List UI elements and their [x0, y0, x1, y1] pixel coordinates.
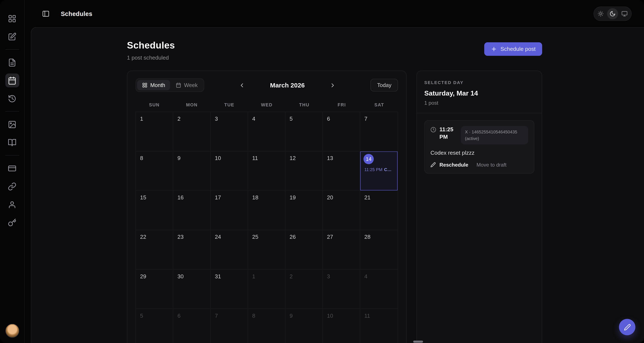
- calendar-day-cell[interactable]: 24: [210, 230, 248, 270]
- calendar-day-cell[interactable]: 1411:25 PMCodex reset plzzz: [360, 151, 398, 191]
- calendar-day-cell[interactable]: 5: [285, 112, 323, 151]
- calendar-day-cell[interactable]: 17: [210, 191, 248, 230]
- sidebar-item-compose[interactable]: [5, 29, 19, 44]
- calendar-day-cell[interactable]: 6: [323, 112, 360, 151]
- sidebar-item-documents[interactable]: [5, 55, 19, 69]
- calendar-day-cell[interactable]: 29: [136, 270, 173, 309]
- schedule-post-button[interactable]: Schedule post: [484, 42, 542, 56]
- selected-day-date: Saturday, Mar 14: [424, 89, 534, 97]
- theme-dark-button[interactable]: [607, 8, 618, 19]
- calendar-day-cell[interactable]: 30: [173, 270, 211, 309]
- sidebar-item-media[interactable]: [5, 117, 19, 131]
- sidebar-item-history[interactable]: [5, 91, 19, 105]
- pencil-icon: [624, 324, 631, 331]
- calendar-day-cell[interactable]: 3: [210, 112, 248, 151]
- sidebar-item-schedules[interactable]: [5, 73, 19, 87]
- compose-icon: [8, 32, 16, 41]
- calendar-day-cell[interactable]: 10: [210, 151, 248, 191]
- event-time: 11:25 PM: [364, 167, 382, 172]
- calendar-day-cell[interactable]: 5: [136, 309, 173, 343]
- calendar-toolbar: Month Week: [136, 78, 398, 92]
- sidebar-item-account[interactable]: [5, 197, 19, 212]
- day-number: 11: [252, 155, 281, 161]
- next-month-button[interactable]: [328, 80, 338, 90]
- calendar-day-cell[interactable]: 2: [285, 270, 323, 309]
- theme-system-button[interactable]: [619, 8, 630, 19]
- calendar-day-cell[interactable]: 22: [136, 230, 173, 270]
- calendar-event-chip[interactable]: 11:25 PMCodex reset plzzz: [364, 167, 394, 172]
- page-subtitle: 1 post scheduled: [127, 55, 175, 61]
- plus-icon: [491, 46, 497, 52]
- day-number: 12: [290, 155, 318, 161]
- compose-fab-button[interactable]: [619, 319, 635, 335]
- calendar-day-cell[interactable]: 11: [248, 151, 286, 191]
- calendar-day-cell[interactable]: 8: [248, 309, 286, 343]
- calendar-day-cell[interactable]: 19: [285, 191, 323, 230]
- calendar-day-cell[interactable]: 4: [360, 270, 398, 309]
- calendar-day-cell[interactable]: 12: [285, 151, 323, 191]
- sidebar-item-api-keys[interactable]: [5, 216, 19, 230]
- day-number: 7: [215, 313, 244, 319]
- selected-day-label: SELECTED DAY: [424, 80, 534, 85]
- day-number: 5: [290, 116, 318, 122]
- prev-month-button[interactable]: [237, 80, 247, 90]
- day-number: 3: [215, 116, 244, 122]
- day-number: 1: [252, 273, 281, 279]
- day-number: 29: [140, 273, 169, 279]
- calendar-day-cell[interactable]: 13: [323, 151, 360, 191]
- calendar-day-cell[interactable]: 23: [173, 230, 211, 270]
- calendar-day-cell[interactable]: 10: [323, 309, 360, 343]
- sidebar-item-connections[interactable]: [5, 179, 19, 193]
- calendar-day-cell[interactable]: 9: [285, 309, 323, 343]
- day-number: 28: [364, 234, 394, 240]
- calendar-day-cell[interactable]: 8: [136, 151, 173, 191]
- calendar-day-cell[interactable]: 7: [210, 309, 248, 343]
- topbar-title: Schedules: [61, 10, 92, 17]
- calendar-day-cell[interactable]: 9: [173, 151, 211, 191]
- calendar-day-cell[interactable]: 28: [360, 230, 398, 270]
- day-number: 17: [215, 194, 244, 201]
- today-button[interactable]: Today: [370, 79, 398, 91]
- calendar-day-cell[interactable]: 20: [323, 191, 360, 230]
- calendar-day-cell[interactable]: 6: [173, 309, 211, 343]
- day-header: TUE: [210, 98, 248, 112]
- scheduled-post-card[interactable]: 11:25 PM X · 1465255410546450435 (active…: [424, 120, 534, 173]
- calendar-day-cell[interactable]: 26: [285, 230, 323, 270]
- calendar-day-cell[interactable]: 31: [210, 270, 248, 309]
- day-header: MON: [173, 98, 210, 112]
- calendar-day-cell[interactable]: 7: [360, 112, 398, 151]
- day-number: 10: [215, 155, 244, 161]
- day-number: 4: [252, 116, 281, 122]
- sidebar-toggle-button[interactable]: [40, 8, 51, 19]
- week-view-button[interactable]: Week: [171, 80, 203, 90]
- calendar-day-cell[interactable]: 11: [360, 309, 398, 343]
- calendar-day-cell[interactable]: 1: [136, 112, 173, 151]
- move-to-draft-button[interactable]: Move to draft: [476, 162, 507, 168]
- theme-light-button[interactable]: [595, 8, 606, 19]
- day-number: 8: [252, 313, 281, 319]
- user-avatar[interactable]: [5, 324, 20, 338]
- day-header-row: SUNMONTUEWEDTHUFRISAT: [136, 98, 398, 112]
- calendar-day-cell[interactable]: 3: [323, 270, 360, 309]
- calendar-day-cell[interactable]: 1: [248, 270, 286, 309]
- scrollbar-thumb[interactable]: [413, 341, 423, 343]
- calendar-day-cell[interactable]: 27: [323, 230, 360, 270]
- day-number: 4: [364, 273, 394, 279]
- clock-icon: [430, 127, 436, 133]
- calendar-day-cell[interactable]: 18: [248, 191, 286, 230]
- sidebar-item-library[interactable]: [5, 135, 19, 149]
- calendar-day-cell[interactable]: 15: [136, 191, 173, 230]
- calendar-day-cell[interactable]: 25: [248, 230, 286, 270]
- calendar-day-cell[interactable]: 21: [360, 191, 398, 230]
- calendar-day-cell[interactable]: 4: [248, 112, 286, 151]
- calendar-day-cell[interactable]: 16: [173, 191, 211, 230]
- month-view-button[interactable]: Month: [137, 80, 170, 90]
- calendar-day-cell[interactable]: 2: [173, 112, 211, 151]
- monitor-icon: [622, 10, 628, 16]
- sidebar: [0, 0, 25, 343]
- sidebar-item-dashboard[interactable]: [5, 11, 19, 25]
- reschedule-button[interactable]: Reschedule: [430, 162, 468, 168]
- link-icon: [8, 182, 16, 191]
- sidebar-item-billing[interactable]: [5, 161, 19, 175]
- post-title: Codex reset plzzz: [430, 150, 528, 156]
